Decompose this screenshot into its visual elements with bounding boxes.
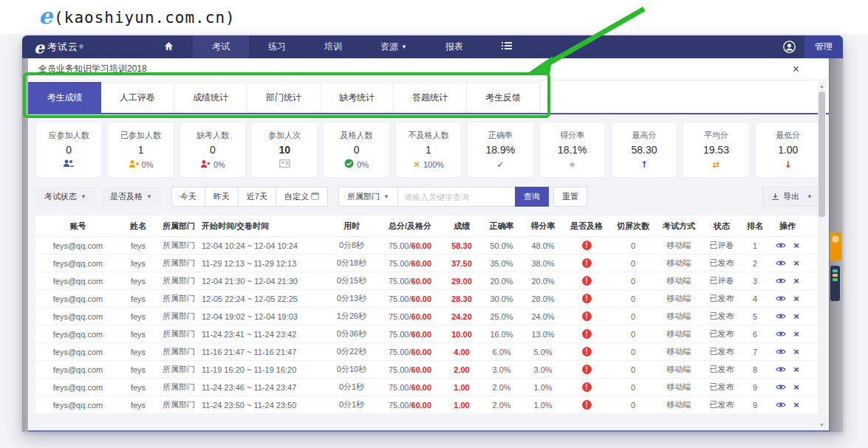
export-button[interactable]: 导出▼ (762, 187, 821, 207)
nav-item-练习[interactable]: 练习 (249, 35, 305, 58)
view-icon[interactable] (776, 313, 786, 320)
nav-item-label: 报表 (445, 41, 463, 53)
brand-logo[interactable]: e 考试云 ® (34, 39, 145, 55)
cell-rank: 7 (742, 348, 768, 356)
tab-考生反馈[interactable]: 考生反馈 (467, 82, 540, 113)
stat-sub-value: 0% (357, 160, 369, 169)
stat-card-得分率: 得分率18.1%★ (539, 122, 606, 178)
date-filter-近7天[interactable]: 近7天 (238, 187, 276, 207)
results-table: 账号姓名所属部门开始时间/交卷时间用时总分/及格分成绩正确率得分率是否及格切屏次… (35, 216, 821, 414)
delete-icon[interactable]: × (793, 311, 799, 321)
delete-icon[interactable]: × (793, 365, 799, 374)
tab-考生成绩[interactable]: 考生成绩 (28, 82, 101, 113)
cell-screen-switches: 0 (609, 365, 657, 374)
date-filter-今天[interactable]: 今天 (171, 187, 205, 207)
fail-icon: ! (582, 347, 592, 356)
department-dropdown[interactable]: 所属部门▼ (338, 187, 397, 207)
scroll-down-icon[interactable]: ▼ (818, 421, 826, 429)
nav-home-item[interactable] (145, 35, 193, 58)
cell-score: 24.20 (442, 312, 481, 321)
cell-screen-switches: 0 (609, 259, 657, 268)
cell-screen-switches: 0 (609, 401, 657, 410)
cell-rank: 5 (742, 312, 768, 321)
view-icon[interactable] (776, 260, 786, 266)
stat-card-平均分: 平均分19.53⇄ (683, 122, 749, 178)
column-header-所属部门: 所属部门 (156, 221, 202, 232)
table-row: feys@qq.comfeys所属部门11-19 16:20 ~ 11-19 1… (35, 361, 821, 379)
panel-header: 全员业务知识学习培训2018 × (28, 58, 829, 80)
stat-value: 58.30 (632, 144, 657, 156)
fail-icon: ! (582, 400, 592, 410)
view-icon[interactable] (776, 402, 786, 408)
cell-name: feys (120, 259, 156, 268)
cell-department: 所属部门 (156, 275, 202, 286)
cell-accuracy: 6.0% (481, 348, 522, 356)
view-icon[interactable] (776, 242, 786, 249)
nav-list-item[interactable] (482, 35, 531, 58)
cell-score-rate: 13.0% (522, 330, 564, 339)
cell-name: feys (120, 383, 156, 392)
delete-icon[interactable]: × (793, 276, 799, 286)
view-icon[interactable] (776, 384, 786, 390)
cell-duration: 0分36秒 (326, 328, 377, 340)
panel-scrollbar[interactable]: ▲ ▼ (818, 82, 826, 429)
stat-label: 正确率 (488, 130, 513, 141)
delete-icon[interactable]: × (793, 347, 799, 356)
scroll-up-icon[interactable]: ▲ (818, 82, 826, 90)
column-header-开始时间/交卷时间: 开始时间/交卷时间 (202, 221, 326, 232)
date-filter-custom[interactable]: 自定义 (276, 187, 328, 207)
cell-status: 已发布 (701, 293, 742, 304)
stat-card-缺考人数: 缺考人数00% (180, 122, 246, 178)
scrollbar-thumb[interactable] (819, 92, 825, 217)
delete-icon[interactable]: × (793, 241, 799, 250)
cell-duration: 0分8秒 (326, 240, 377, 251)
delete-icon[interactable]: × (793, 400, 799, 410)
cell-name: feys (120, 312, 156, 321)
support-widget[interactable] (830, 232, 841, 261)
admin-menu[interactable]: 管理 (804, 35, 843, 58)
nav-item-培训[interactable]: 培训 (305, 35, 361, 58)
cell-exam-method: 移动端 (657, 275, 701, 286)
tab-答题统计[interactable]: 答题统计 (394, 82, 467, 113)
delete-icon[interactable]: × (793, 258, 799, 268)
view-icon[interactable] (776, 295, 786, 302)
cell-exam-method: 移动端 (657, 328, 701, 340)
cell-pass-flag: ! (564, 294, 609, 303)
cell-rank: 9 (742, 383, 768, 392)
delete-icon[interactable]: × (793, 329, 799, 339)
exam-status-dropdown[interactable]: 考试状态▼ (35, 187, 95, 207)
view-icon[interactable] (776, 331, 786, 337)
close-icon[interactable]: × (793, 63, 799, 75)
tab-成绩统计[interactable]: 成绩统计 (174, 82, 247, 113)
column-header-切屏次数: 切屏次数 (609, 221, 657, 232)
stat-sub-value: 0% (142, 160, 154, 169)
cell-rank: 4 (742, 294, 768, 303)
toolbar-widget[interactable] (830, 266, 840, 301)
pass-status-dropdown[interactable]: 是否及格▼ (101, 187, 161, 207)
date-filter-昨天[interactable]: 昨天 (205, 187, 238, 207)
view-icon[interactable] (776, 366, 786, 373)
delete-icon[interactable]: × (793, 294, 799, 303)
cell-screen-switches: 0 (609, 383, 657, 392)
cell-time: 11-29 12:13 ~ 11-29 12:13 (202, 259, 326, 268)
reset-button[interactable]: 重置 (553, 187, 587, 207)
view-icon[interactable] (776, 278, 786, 284)
user-avatar-icon[interactable] (774, 35, 804, 58)
check-icon: ✓ (496, 160, 504, 169)
nav-item-label: 练习 (268, 41, 286, 53)
search-button[interactable]: 查询 (515, 187, 549, 207)
app-window: e 考试云 ® 考试练习培训资源▼报表 管理 全员业务知识学习培训2018 × … (22, 35, 843, 432)
nav-item-考试[interactable]: 考试 (193, 35, 249, 58)
stat-label: 最低分 (776, 130, 800, 141)
cell-total-score: 75.00/60.00 (377, 365, 442, 374)
nav-item-资源[interactable]: 资源▼ (361, 35, 426, 58)
keyword-search-input[interactable] (397, 187, 516, 207)
view-icon[interactable] (776, 348, 786, 355)
delete-icon[interactable]: × (793, 382, 799, 392)
tab-缺考统计[interactable]: 缺考统计 (321, 82, 394, 113)
page-scrollbar-outer[interactable] (829, 58, 843, 432)
tab-部门统计[interactable]: 部门统计 (247, 82, 321, 113)
nav-item-报表[interactable]: 报表 (426, 35, 482, 58)
tab-人工评卷[interactable]: 人工评卷 (101, 82, 174, 113)
cell-exam-method: 移动端 (657, 346, 701, 357)
